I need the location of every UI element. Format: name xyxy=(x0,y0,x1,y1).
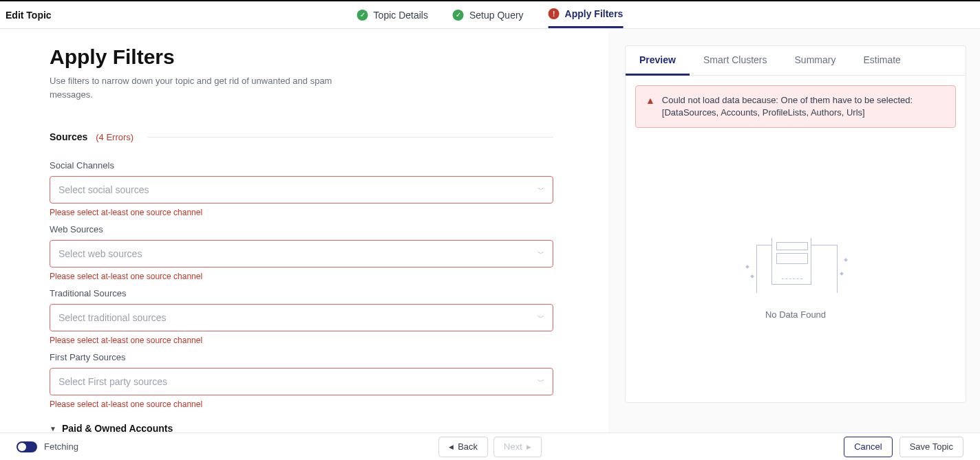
step-apply-filters[interactable]: ! Apply Filters xyxy=(548,1,624,28)
sources-section-head: Sources (4 Errors) xyxy=(50,131,553,142)
field-label: Social Channels xyxy=(50,160,553,171)
button-label: Next xyxy=(504,441,522,452)
field-first-party-sources: First Party Sources Select First party s… xyxy=(50,352,553,409)
step-label: Setup Query xyxy=(469,10,524,21)
chevron-down-icon: ﹀ xyxy=(537,249,544,259)
tab-smart-clusters[interactable]: Smart Clusters xyxy=(690,46,781,75)
triangle-left-icon: ◀ xyxy=(449,443,454,450)
paid-owned-accounts-section[interactable]: ▼ Paid & Owned Accounts xyxy=(50,423,553,432)
main-content: Apply Filters Use filters to narrow down… xyxy=(0,29,980,432)
select-placeholder: Select traditional sources xyxy=(58,312,166,323)
field-error: Please select at-least one source channe… xyxy=(50,272,553,281)
section-label: Paid & Owned Accounts xyxy=(62,423,173,432)
wizard-steps: ✓ Topic Details ✓ Setup Query ! Apply Fi… xyxy=(357,1,624,28)
tab-summary[interactable]: Summary xyxy=(781,46,850,75)
page-title-small: Edit Topic xyxy=(0,10,52,21)
error-count: (4 Errors) xyxy=(96,132,134,142)
footer-nav: ◀ Back Next ▶ xyxy=(438,437,542,457)
page-description: Use filters to narrow down your topic an… xyxy=(50,74,339,101)
field-label: Traditional Sources xyxy=(50,288,553,298)
field-web-sources: Web Sources Select web sources ﹀ Please … xyxy=(50,224,553,281)
preview-panel: Preview Smart Clusters Summary Estimate … xyxy=(625,45,966,403)
tab-preview[interactable]: Preview xyxy=(626,46,690,76)
next-button[interactable]: Next ▶ xyxy=(493,437,542,457)
alert-text: Could not load data because: One of them… xyxy=(662,94,946,119)
step-setup-query[interactable]: ✓ Setup Query xyxy=(453,1,524,28)
web-sources-select[interactable]: Select web sources ﹀ xyxy=(50,240,553,267)
back-button[interactable]: ◀ Back xyxy=(438,437,488,457)
field-error: Please select at-least one source channe… xyxy=(50,336,553,345)
first-party-sources-select[interactable]: Select First party sources ﹀ xyxy=(50,368,553,395)
no-data-block: No Data Found xyxy=(626,238,966,320)
step-label: Apply Filters xyxy=(565,8,624,19)
footer-actions: Cancel Save Topic xyxy=(844,437,963,457)
right-panel: Preview Smart Clusters Summary Estimate … xyxy=(608,29,980,432)
error-icon: ! xyxy=(548,8,560,19)
step-topic-details[interactable]: ✓ Topic Details xyxy=(357,1,428,28)
chevron-down-icon: ﹀ xyxy=(537,313,544,322)
preview-tabs: Preview Smart Clusters Summary Estimate xyxy=(626,46,966,76)
section-label: Sources xyxy=(50,131,87,142)
chevron-down-icon: ﹀ xyxy=(537,377,544,386)
field-error: Please select at-least one source channe… xyxy=(50,399,553,409)
no-data-illustration xyxy=(744,238,847,293)
fetching-toggle[interactable] xyxy=(17,441,37,452)
field-error: Please select at-least one source channe… xyxy=(50,208,553,217)
social-sources-select[interactable]: Select social sources ﹀ xyxy=(50,176,553,204)
traditional-sources-select[interactable]: Select traditional sources ﹀ xyxy=(50,304,553,331)
cancel-button[interactable]: Cancel xyxy=(844,437,892,457)
select-placeholder: Select social sources xyxy=(58,184,149,195)
fetching-label: Fetching xyxy=(44,441,78,452)
warning-icon: ▲ xyxy=(646,94,655,119)
field-label: Web Sources xyxy=(50,224,553,234)
tab-estimate[interactable]: Estimate xyxy=(849,46,914,75)
error-alert: ▲ Could not load data because: One of th… xyxy=(635,85,956,128)
left-panel: Apply Filters Use filters to narrow down… xyxy=(0,29,608,432)
no-data-text: No Data Found xyxy=(626,309,966,320)
footer-bar: Fetching ◀ Back Next ▶ Cancel Save Topic xyxy=(0,432,980,460)
button-label: Back xyxy=(458,441,478,452)
footer-left: Fetching xyxy=(17,441,78,452)
chevron-down-icon: ﹀ xyxy=(537,185,544,195)
field-social-channels: Social Channels Select social sources ﹀ … xyxy=(50,160,553,217)
save-topic-button[interactable]: Save Topic xyxy=(899,437,963,457)
field-label: First Party Sources xyxy=(50,352,553,362)
check-icon: ✓ xyxy=(357,10,368,21)
page-heading: Apply Filters xyxy=(50,45,553,69)
select-placeholder: Select web sources xyxy=(58,248,142,259)
caret-down-icon: ▼ xyxy=(50,425,56,432)
check-icon: ✓ xyxy=(453,10,464,21)
select-placeholder: Select First party sources xyxy=(58,376,167,387)
field-traditional-sources: Traditional Sources Select traditional s… xyxy=(50,288,553,345)
triangle-right-icon: ▶ xyxy=(526,443,531,450)
topbar: Edit Topic ✓ Topic Details ✓ Setup Query… xyxy=(0,0,980,29)
step-label: Topic Details xyxy=(374,10,428,21)
